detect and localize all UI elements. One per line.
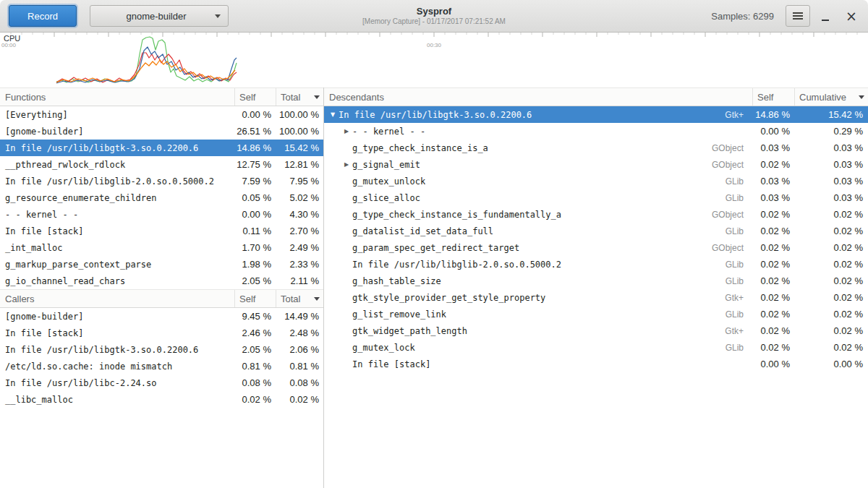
cpu-timeline[interactable]: CPU 00:00 00:30 — [0, 33, 868, 87]
table-row[interactable]: g_resource_enumerate_children0.05 %5.02 … — [0, 189, 323, 206]
functions-self-column-header[interactable]: Self — [234, 88, 276, 106]
function-name: g_list_remove_link — [352, 309, 446, 320]
left-pane: Functions Self Total [Everything]0.00 %1… — [0, 87, 324, 488]
descendants-table: ▼In file /usr/lib/libgtk-3.so.0.2200.6Gt… — [324, 106, 868, 372]
table-row[interactable]: g_datalist_id_set_data_fullGLib0.02 %0.0… — [324, 223, 868, 239]
library-category: GLib — [726, 260, 752, 270]
table-row[interactable]: g_io_channel_read_chars2.05 %2.11 % — [0, 273, 323, 289]
table-row[interactable]: gtk_widget_path_lengthGtk+0.02 %0.02 % — [324, 322, 868, 339]
library-category: GLib — [726, 193, 752, 203]
expander-collapsed-icon[interactable]: ▶ — [341, 128, 352, 134]
table-row[interactable]: g_type_check_instance_is_aGObject0.03 %0… — [324, 140, 868, 156]
expander-collapsed-icon[interactable]: ▶ — [341, 161, 352, 168]
library-category: GObject — [712, 143, 752, 153]
table-row[interactable]: In file /usr/lib/libglib-2.0.so.0.5000.2… — [324, 256, 868, 273]
cumulative-percent: 0.02 % — [794, 309, 868, 320]
callers-column-header[interactable]: Callers — [0, 290, 234, 307]
function-name: In file [stack] — [352, 359, 430, 369]
table-row[interactable]: g_hash_table_sizeGLib0.02 %0.02 % — [324, 273, 868, 289]
self-percent: 2.05 % — [234, 275, 276, 286]
table-row[interactable]: In file /usr/lib/libglib-2.0.so.0.5000.2… — [0, 173, 323, 189]
self-percent: 0.02 % — [752, 209, 794, 220]
window-title: Sysprof — [362, 6, 506, 17]
function-name: - - kernel - - — [352, 127, 425, 137]
library-category: GObject — [712, 243, 752, 253]
cumulative-percent: 0.02 % — [794, 259, 868, 270]
function-name: g_mutex_lock — [352, 343, 415, 353]
table-row[interactable]: g_markup_parse_context_parse1.98 %2.33 % — [0, 256, 323, 273]
library-category: GLib — [726, 226, 752, 236]
process-selector-label: gnome-builder — [98, 11, 215, 22]
cumulative-percent: 0.02 % — [794, 325, 868, 336]
menu-button[interactable] — [786, 5, 810, 27]
table-row[interactable]: /etc/ld.so.cache: inode mismatch0.81 %0.… — [0, 358, 323, 374]
callers-total-column-header[interactable]: Total — [276, 290, 323, 307]
sort-descending-icon — [314, 95, 320, 99]
table-row[interactable]: In file /usr/lib/libc-2.24.so0.08 %0.08 … — [0, 374, 323, 391]
functions-total-header-label: Total — [281, 92, 300, 103]
total-percent: 2.70 % — [276, 226, 323, 236]
self-percent: 14.86 % — [752, 109, 794, 120]
function-name: g_io_channel_read_chars — [0, 276, 234, 286]
table-row[interactable]: In file [stack]2.46 %2.48 % — [0, 325, 323, 341]
total-percent: 2.06 % — [276, 344, 323, 355]
table-row[interactable]: [gnome-builder]26.51 %100.00 % — [0, 123, 323, 140]
close-button[interactable]: × — [841, 5, 862, 27]
time-label-mid: 00:30 — [427, 42, 441, 48]
table-row[interactable]: ▶- - kernel - -0.00 %0.29 % — [324, 123, 868, 140]
function-name: g_signal_emit — [352, 160, 420, 170]
total-percent: 100.00 % — [276, 126, 323, 137]
functions-column-header[interactable]: Functions — [0, 88, 234, 106]
table-row[interactable]: ▶g_signal_emitGObject0.02 %0.03 % — [324, 156, 868, 173]
expander-expanded-icon[interactable]: ▼ — [327, 111, 339, 118]
cumulative-percent: 0.02 % — [794, 342, 868, 353]
table-row[interactable]: In file [stack]0.11 %2.70 % — [0, 223, 323, 239]
table-row[interactable]: gtk_style_provider_get_style_propertyGtk… — [324, 289, 868, 306]
table-row[interactable]: g_list_remove_linkGLib0.02 %0.02 % — [324, 306, 868, 322]
table-row[interactable]: __pthread_rwlock_rdlock12.75 %12.81 % — [0, 156, 323, 173]
total-percent: 7.95 % — [276, 176, 323, 187]
descendants-cumulative-header-label: Cumulative — [799, 92, 846, 103]
table-row[interactable]: [gnome-builder]9.45 %14.49 % — [0, 308, 323, 325]
sort-descending-icon — [314, 297, 320, 301]
total-percent: 14.49 % — [276, 311, 323, 322]
minimize-button[interactable] — [814, 5, 836, 27]
table-row[interactable]: In file /usr/lib/libgtk-3.so.0.2200.614.… — [0, 140, 323, 156]
functions-total-column-header[interactable]: Total — [276, 88, 323, 106]
table-row[interactable]: g_mutex_lockGLib0.02 %0.02 % — [324, 339, 868, 356]
cumulative-percent: 15.42 % — [794, 109, 868, 120]
function-name: In file /usr/lib/libc-2.24.so — [0, 378, 234, 388]
table-row[interactable]: __libc_malloc0.02 %0.02 % — [0, 391, 323, 408]
descendants-self-column-header[interactable]: Self — [752, 88, 794, 106]
library-category: GLib — [726, 343, 752, 353]
table-row[interactable]: g_type_check_instance_is_fundamentally_a… — [324, 206, 868, 223]
table-row[interactable]: ▼In file /usr/lib/libgtk-3.so.0.2200.6Gt… — [324, 106, 868, 123]
cumulative-percent: 0.02 % — [794, 275, 868, 286]
function-name: In file /usr/lib/libglib-2.0.so.0.5000.2 — [352, 260, 561, 270]
table-row[interactable]: In file [stack]0.00 %0.00 % — [324, 356, 868, 372]
table-row[interactable]: _int_malloc1.70 %2.49 % — [0, 239, 323, 256]
record-button[interactable]: Record — [9, 5, 77, 27]
table-row[interactable]: g_param_spec_get_redirect_targetGObject0… — [324, 239, 868, 256]
callers-self-column-header[interactable]: Self — [234, 290, 276, 307]
samples-count: Samples: 6299 — [711, 11, 774, 22]
self-percent: 2.46 % — [234, 328, 276, 338]
sort-descending-icon — [859, 95, 864, 99]
callers-total-header-label: Total — [281, 294, 300, 304]
self-percent: 0.05 % — [234, 192, 276, 203]
table-row[interactable]: - - kernel - -0.00 %4.30 % — [0, 206, 323, 223]
descendants-cumulative-column-header[interactable]: Cumulative — [794, 88, 868, 106]
table-row[interactable]: g_mutex_unlockGLib0.03 %0.03 % — [324, 173, 868, 189]
process-selector-dropdown[interactable]: gnome-builder — [90, 5, 229, 27]
library-category: GObject — [712, 160, 752, 170]
table-row[interactable]: g_slice_allocGLib0.03 %0.03 % — [324, 189, 868, 206]
function-name: __libc_malloc — [0, 395, 234, 405]
headerbar-right: Samples: 6299 × — [711, 5, 862, 27]
function-name: g_type_check_instance_is_fundamentally_a — [352, 210, 561, 220]
total-percent: 0.81 % — [276, 361, 323, 372]
table-row[interactable]: In file /usr/lib/libgtk-3.so.0.2200.62.0… — [0, 341, 323, 358]
cumulative-percent: 0.29 % — [794, 126, 868, 137]
table-row[interactable]: [Everything]0.00 %100.00 % — [0, 106, 323, 123]
library-category: GObject — [712, 210, 752, 220]
descendants-column-header[interactable]: Descendants — [324, 88, 752, 106]
